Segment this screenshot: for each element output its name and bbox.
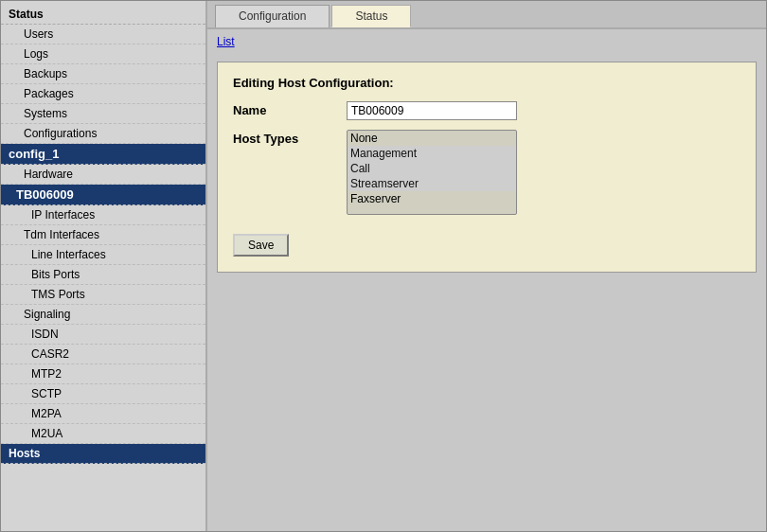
sidebar-item-backups[interactable]: Backups bbox=[1, 64, 205, 84]
sidebar-item-users[interactable]: Users bbox=[1, 25, 205, 44]
host-types-label: Host Types bbox=[233, 130, 347, 146]
sidebar: Status Users Logs Backups Packages Syste… bbox=[1, 1, 207, 531]
sidebar-item-logs[interactable]: Logs bbox=[1, 44, 205, 64]
host-types-value-container: None Management Call Streamserver Faxser… bbox=[347, 130, 517, 215]
name-row: Name bbox=[233, 101, 740, 120]
sidebar-item-mtp2[interactable]: MTP2 bbox=[1, 364, 205, 384]
tab-configuration[interactable]: Configuration bbox=[215, 5, 330, 27]
sidebar-item-signaling[interactable]: Signaling bbox=[1, 305, 205, 325]
option-management[interactable]: Management bbox=[348, 146, 516, 161]
main-content: Configuration Status List Editing Host C… bbox=[207, 1, 766, 531]
sidebar-item-tb006009[interactable]: TB006009 bbox=[1, 185, 205, 205]
host-types-row: Host Types None Management Call Streamse… bbox=[233, 130, 740, 215]
option-call[interactable]: Call bbox=[348, 161, 516, 176]
tab-status[interactable]: Status bbox=[331, 5, 411, 27]
sidebar-item-bits-ports[interactable]: Bits Ports bbox=[1, 265, 205, 285]
edit-title: Editing Host Configuration: bbox=[233, 76, 740, 90]
list-link[interactable]: List bbox=[217, 35, 235, 48]
sidebar-item-m2pa[interactable]: M2PA bbox=[1, 404, 205, 424]
sidebar-item-status[interactable]: Status bbox=[1, 5, 205, 25]
option-streamserver[interactable]: Streamserver bbox=[348, 176, 516, 191]
sidebar-item-systems[interactable]: Systems bbox=[1, 104, 205, 124]
sidebar-item-isdn[interactable]: ISDN bbox=[1, 325, 205, 345]
option-faxserver[interactable]: Faxserver bbox=[348, 191, 516, 206]
sidebar-item-tdm-interfaces[interactable]: Tdm Interfaces bbox=[1, 225, 205, 245]
name-input[interactable] bbox=[347, 101, 517, 120]
host-types-select[interactable]: None Management Call Streamserver Faxser… bbox=[347, 130, 517, 215]
tabs-bar: Configuration Status bbox=[207, 1, 766, 29]
name-label: Name bbox=[233, 101, 347, 117]
sidebar-item-line-interfaces[interactable]: Line Interfaces bbox=[1, 245, 205, 265]
save-button[interactable]: Save bbox=[233, 234, 289, 257]
name-value-container bbox=[347, 101, 517, 120]
sidebar-item-packages[interactable]: Packages bbox=[1, 84, 205, 104]
sidebar-item-m2ua[interactable]: M2UA bbox=[1, 424, 205, 444]
sidebar-item-hosts[interactable]: Hosts bbox=[1, 444, 205, 464]
sidebar-item-casr2[interactable]: CASR2 bbox=[1, 345, 205, 364]
sidebar-item-config1[interactable]: config_1 bbox=[1, 144, 205, 165]
sidebar-item-sctp[interactable]: SCTP bbox=[1, 384, 205, 404]
sidebar-item-tms-ports[interactable]: TMS Ports bbox=[1, 285, 205, 305]
option-none[interactable]: None bbox=[348, 131, 516, 146]
sidebar-item-configurations[interactable]: Configurations bbox=[1, 124, 205, 144]
sidebar-item-ip-interfaces[interactable]: IP Interfaces bbox=[1, 205, 205, 225]
content-area: List Editing Host Configuration: Name Ho… bbox=[207, 29, 766, 531]
sidebar-item-hardware[interactable]: Hardware bbox=[1, 165, 205, 185]
edit-host-config-box: Editing Host Configuration: Name Host Ty… bbox=[217, 62, 757, 273]
